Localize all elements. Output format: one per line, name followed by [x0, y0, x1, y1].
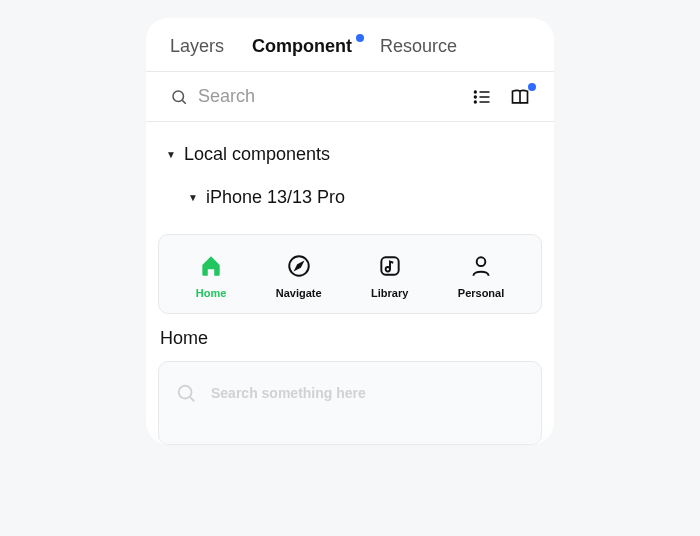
nav-label: Home — [196, 287, 227, 299]
book-icon — [510, 87, 530, 107]
nav-label: Personal — [458, 287, 504, 299]
notification-dot-icon — [528, 83, 536, 91]
tab-resource[interactable]: Resource — [380, 36, 457, 57]
svg-point-13 — [179, 386, 192, 399]
nav-item-navigate[interactable]: Navigate — [276, 253, 322, 299]
chevron-down-icon: ▼ — [166, 149, 176, 160]
svg-point-6 — [475, 96, 477, 98]
search-icon — [170, 88, 188, 106]
inner-search-input[interactable]: Search something here — [175, 382, 525, 404]
search-input[interactable]: Search — [170, 86, 460, 107]
search-bar: Search — [146, 72, 554, 121]
search-icon — [175, 382, 197, 404]
tree-item-child[interactable]: ▼ iPhone 13/13 Pro — [166, 183, 534, 212]
svg-line-14 — [190, 397, 194, 401]
nav-item-personal[interactable]: Personal — [458, 253, 504, 299]
chevron-down-icon: ▼ — [188, 192, 198, 203]
component-tree: ▼ Local components ▼ iPhone 13/13 Pro — [146, 122, 554, 220]
section-title: Home — [146, 314, 554, 355]
list-icon — [472, 87, 492, 107]
tree-item-label: Local components — [184, 144, 330, 165]
tab-component[interactable]: Component — [252, 36, 352, 57]
compass-icon — [286, 253, 312, 279]
tree-item-label: iPhone 13/13 Pro — [206, 187, 345, 208]
tree-item-root[interactable]: ▼ Local components — [166, 140, 534, 169]
library-publish-button[interactable] — [510, 87, 530, 107]
svg-point-5 — [475, 91, 477, 93]
home-icon — [198, 253, 224, 279]
svg-point-0 — [173, 91, 184, 102]
nav-item-library[interactable]: Library — [371, 253, 408, 299]
components-panel: Layers Component Resource Search — [146, 18, 554, 445]
svg-point-7 — [475, 101, 477, 103]
list-view-button[interactable] — [472, 87, 492, 107]
person-icon — [468, 253, 494, 279]
search-placeholder: Search — [198, 86, 255, 107]
svg-point-12 — [477, 257, 486, 266]
tab-layers[interactable]: Layers — [170, 36, 224, 57]
svg-line-1 — [182, 100, 185, 103]
svg-marker-9 — [295, 263, 302, 270]
nav-item-home[interactable]: Home — [196, 253, 227, 299]
music-library-icon — [377, 253, 403, 279]
tab-component-label: Component — [252, 36, 352, 56]
home-preview-card: Search something here — [158, 361, 542, 445]
notification-dot-icon — [356, 34, 364, 42]
nav-label: Library — [371, 287, 408, 299]
panel-tabs: Layers Component Resource — [146, 18, 554, 71]
inner-search-placeholder: Search something here — [211, 385, 366, 401]
nav-label: Navigate — [276, 287, 322, 299]
nav-preview-card: Home Navigate Library Personal — [158, 234, 542, 314]
